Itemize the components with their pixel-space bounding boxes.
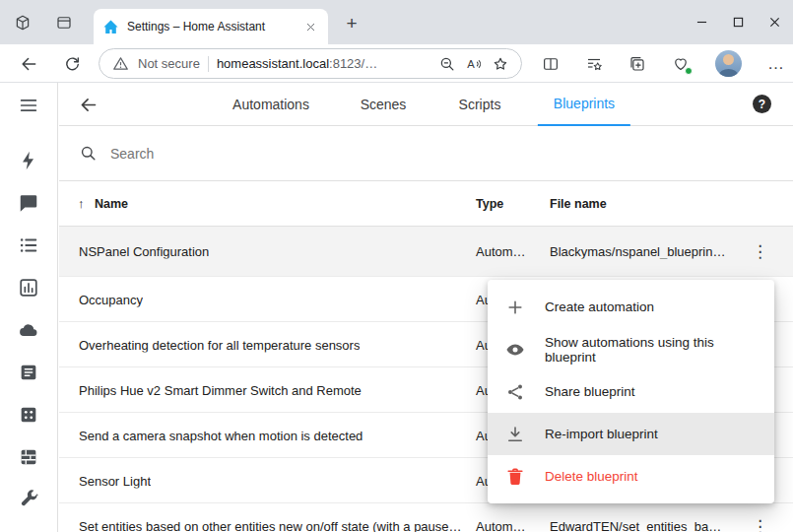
help-icon[interactable]: ? bbox=[753, 95, 771, 113]
integrations-icon[interactable] bbox=[17, 361, 40, 384]
blueprint-file: EdwardTEN/set_entities_ba… bbox=[550, 518, 721, 532]
url-path: :8123/… bbox=[329, 56, 377, 71]
column-header-name[interactable]: Name bbox=[95, 197, 128, 211]
blueprint-name: Set entities based on other entities new… bbox=[79, 518, 463, 532]
ha-back-icon[interactable] bbox=[77, 94, 99, 115]
column-header-type[interactable]: Type bbox=[476, 197, 503, 211]
blueprint-file: Blackymas/nspanel_blueprin… bbox=[550, 244, 725, 259]
address-divider bbox=[208, 56, 209, 72]
blueprint-name: NSPanel Configuration bbox=[79, 244, 209, 259]
eye-icon bbox=[505, 340, 525, 360]
blueprint-name: Sensor Light bbox=[79, 473, 151, 488]
svg-text:A: A bbox=[467, 57, 475, 69]
menu-item-share-blueprint[interactable]: Share blueprint bbox=[488, 370, 774, 413]
url-text: homeassistant.local:8123/… bbox=[217, 56, 430, 71]
blueprint-name: Occupancy bbox=[79, 292, 143, 306]
browser-toolbar: Not secure homeassistant.local:8123/… A bbox=[0, 44, 793, 83]
search-input[interactable] bbox=[110, 146, 504, 162]
menu-hamburger-icon[interactable] bbox=[17, 94, 40, 117]
tab-automations[interactable]: Automations bbox=[217, 83, 325, 126]
menu-item-create-automation[interactable]: Create automation bbox=[488, 286, 774, 328]
favorite-star-icon[interactable] bbox=[491, 54, 509, 73]
home-assistant-favicon bbox=[102, 19, 119, 35]
blueprint-name: Send a camera snapshot when motion is de… bbox=[79, 428, 363, 442]
menu-item-label: Share blueprint bbox=[545, 384, 635, 399]
menu-item-reimport-blueprint[interactable]: Re-import blueprint bbox=[488, 413, 774, 455]
address-bar[interactable]: Not secure homeassistant.local:8123/… A bbox=[99, 48, 522, 79]
close-button[interactable] bbox=[757, 0, 793, 44]
not-secure-warning-icon bbox=[111, 54, 130, 73]
browser-titlebar: Settings – Home Assistant + bbox=[0, 0, 793, 44]
menu-item-show-automations[interactable]: Show automations using this blueprint bbox=[488, 328, 774, 370]
toolbar-right-icons: … bbox=[542, 44, 785, 83]
browser-essentials-icon[interactable] bbox=[672, 54, 690, 74]
table-header: ↑ Name Type File name bbox=[59, 181, 793, 227]
ha-sidebar bbox=[0, 83, 58, 532]
blueprint-name: Philips Hue v2 Smart Dimmer Switch and R… bbox=[79, 382, 362, 397]
row-overflow-menu-icon[interactable]: ⋮ bbox=[746, 239, 774, 264]
sort-ascending-icon[interactable]: ↑ bbox=[78, 196, 85, 211]
favorites-icon[interactable] bbox=[585, 54, 603, 74]
menu-item-label: Show automations using this blueprint bbox=[545, 335, 757, 365]
browser-window: Settings – Home Assistant + bbox=[0, 0, 793, 532]
menu-item-label: Delete blueprint bbox=[545, 469, 638, 484]
table-row[interactable]: Set entities based on other entities new… bbox=[59, 503, 793, 532]
blueprint-type: Autom… bbox=[476, 518, 526, 532]
menu-item-label: Re-import blueprint bbox=[545, 427, 658, 441]
status-dot bbox=[685, 67, 693, 75]
tab-close-icon[interactable] bbox=[301, 18, 319, 35]
ha-app-header: Automations Scenes Scripts Blueprints ? bbox=[59, 83, 793, 126]
lightning-icon[interactable] bbox=[17, 149, 40, 172]
download-icon bbox=[505, 425, 525, 444]
blueprint-type: Autom… bbox=[476, 244, 526, 259]
wrench-icon[interactable] bbox=[17, 488, 40, 511]
blueprint-context-menu: Create automation Show automations using… bbox=[488, 280, 774, 503]
minimize-button[interactable] bbox=[684, 0, 720, 44]
read-aloud-icon[interactable]: A bbox=[464, 54, 483, 73]
tab-title: Settings – Home Assistant bbox=[127, 20, 301, 33]
search-bar bbox=[59, 126, 793, 181]
menu-item-delete-blueprint[interactable]: Delete blueprint bbox=[488, 455, 774, 498]
back-icon[interactable] bbox=[18, 53, 39, 75]
tab-actions-icon[interactable] bbox=[53, 13, 75, 33]
tab-scripts[interactable]: Scripts bbox=[443, 83, 517, 126]
cloud-icon[interactable] bbox=[17, 318, 40, 342]
plus-icon bbox=[505, 298, 525, 317]
tab-scenes[interactable]: Scenes bbox=[345, 83, 423, 126]
url-host: homeassistant.local bbox=[217, 56, 329, 71]
collections-icon[interactable] bbox=[628, 54, 646, 74]
tab-blueprints[interactable]: Blueprints bbox=[538, 83, 630, 126]
menu-item-label: Create automation bbox=[545, 299, 654, 314]
security-label: Not secure bbox=[138, 56, 200, 71]
column-header-file[interactable]: File name bbox=[550, 197, 607, 211]
search-icon bbox=[79, 144, 98, 163]
row-overflow-menu-icon[interactable]: ⋮ bbox=[746, 513, 774, 532]
devices-icon[interactable] bbox=[17, 403, 40, 427]
chart-icon[interactable] bbox=[17, 276, 40, 299]
table-row[interactable]: NSPanel Configuration Autom… Blackymas/n… bbox=[59, 227, 793, 277]
trash-icon bbox=[505, 467, 525, 487]
new-tab-button[interactable]: + bbox=[339, 11, 364, 36]
workspaces-icon[interactable] bbox=[12, 13, 33, 33]
refresh-icon[interactable] bbox=[61, 53, 83, 75]
zoom-out-icon[interactable] bbox=[437, 54, 456, 73]
blueprint-name: Overheating detection for all temperatur… bbox=[79, 337, 360, 352]
hardware-icon[interactable] bbox=[17, 445, 40, 469]
chat-icon[interactable] bbox=[17, 191, 40, 215]
maximize-button[interactable] bbox=[720, 0, 757, 44]
list-icon[interactable] bbox=[17, 233, 40, 257]
share-icon bbox=[505, 382, 525, 402]
split-screen-icon[interactable] bbox=[542, 54, 560, 74]
profile-avatar[interactable] bbox=[715, 50, 742, 77]
browser-menu-icon[interactable]: … bbox=[767, 59, 785, 69]
window-controls bbox=[684, 0, 793, 44]
browser-tab[interactable]: Settings – Home Assistant bbox=[94, 9, 328, 44]
